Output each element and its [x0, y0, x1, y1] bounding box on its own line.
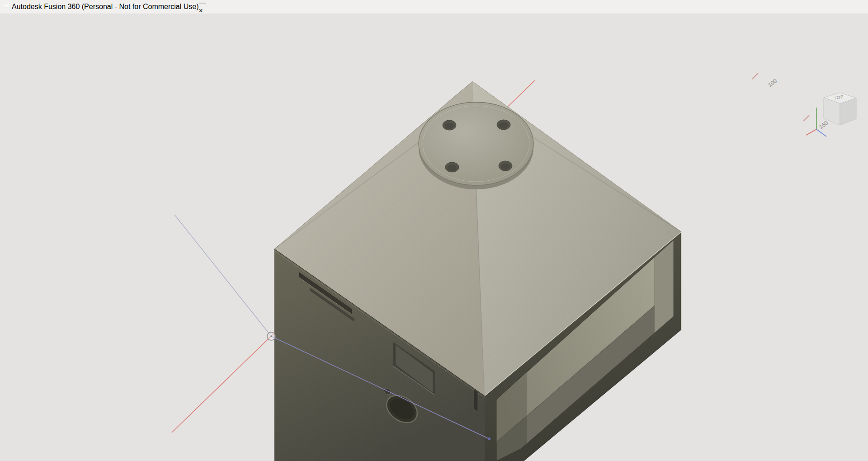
3d-scene: 100 150 TOP	[0, 0, 868, 461]
model-body[interactable]	[274, 81, 681, 461]
top-flange[interactable]	[419, 102, 533, 185]
app-title: Autodesk Fusion 360 (Personal - Not for …	[12, 3, 199, 11]
axis-ruler: 100 150	[752, 73, 830, 130]
close-button[interactable]: ×	[199, 7, 206, 15]
origin-marker[interactable]	[267, 332, 275, 340]
corner-slot[interactable]	[474, 390, 478, 411]
minimize-button[interactable]: —	[199, 0, 206, 7]
ruler-label-100: 100	[767, 78, 778, 89]
fusion-logo-icon	[4, 3, 12, 11]
title-bar: Autodesk Fusion 360 (Personal - Not for …	[0, 0, 868, 14]
ruler-label-150: 150	[818, 120, 829, 131]
view-cube[interactable]: TOP	[806, 93, 856, 136]
construction-line	[175, 215, 271, 336]
